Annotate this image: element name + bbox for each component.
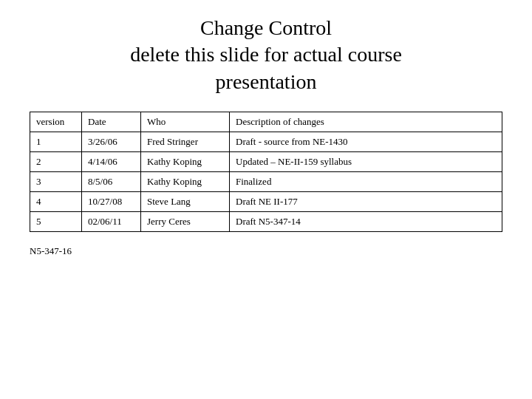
cell-description: Draft - source from NE-1430 xyxy=(230,132,502,152)
cell-version: 2 xyxy=(30,152,82,172)
page-title: Change Control delete this slide for act… xyxy=(130,15,402,95)
cell-who: Steve Lang xyxy=(141,192,230,212)
cell-version: 1 xyxy=(30,132,82,152)
footer-note: N5-347-16 xyxy=(30,245,72,257)
table-row: 38/5/06Kathy KopingFinalized xyxy=(30,172,502,192)
table-row: 13/26/06Fred StringerDraft - source from… xyxy=(30,132,502,152)
cell-date: 02/06/11 xyxy=(82,212,141,232)
cell-who: Fred Stringer xyxy=(141,132,230,152)
cell-date: 10/27/08 xyxy=(82,192,141,212)
cell-version: 4 xyxy=(30,192,82,212)
cell-date: 3/26/06 xyxy=(82,132,141,152)
page: Change Control delete this slide for act… xyxy=(0,0,532,399)
header-version: version xyxy=(30,112,82,132)
header-date: Date xyxy=(82,112,141,132)
header-description: Description of changes xyxy=(230,112,502,132)
cell-date: 8/5/06 xyxy=(82,172,141,192)
cell-description: Draft N5-347-14 xyxy=(230,212,502,232)
cell-date: 4/14/06 xyxy=(82,152,141,172)
header-who: Who xyxy=(141,112,230,132)
cell-description: Updated – NE-II-159 syllabus xyxy=(230,152,502,172)
cell-description: Draft NE II-177 xyxy=(230,192,502,212)
cell-version: 3 xyxy=(30,172,82,192)
table-row: 24/14/06Kathy KopingUpdated – NE-II-159 … xyxy=(30,152,502,172)
table-header-row: version Date Who Description of changes xyxy=(30,112,502,132)
table-row: 410/27/08Steve LangDraft NE II-177 xyxy=(30,192,502,212)
change-table: version Date Who Description of changes … xyxy=(30,112,502,232)
cell-version: 5 xyxy=(30,212,82,232)
cell-who: Jerry Ceres xyxy=(141,212,230,232)
table-row: 502/06/11Jerry CeresDraft N5-347-14 xyxy=(30,212,502,232)
cell-who: Kathy Koping xyxy=(141,152,230,172)
cell-who: Kathy Koping xyxy=(141,172,230,192)
cell-description: Finalized xyxy=(230,172,502,192)
